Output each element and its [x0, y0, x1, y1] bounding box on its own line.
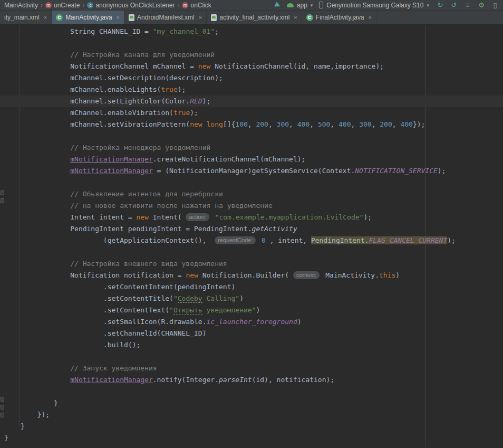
editor-tabbar: ity_main.xml×CMainActivity.java×AndroidM…	[0, 11, 503, 25]
java-class-icon: C	[56, 14, 63, 21]
tab-label: FinalActtivity.java	[316, 14, 364, 21]
phone-icon	[319, 2, 323, 8]
cursor-arrow-icon[interactable]	[274, 2, 281, 8]
code-line: // Настройка менеджера уведомлений	[0, 142, 503, 154]
device-label: Genymotion Samsung Galaxy S10	[326, 2, 423, 9]
code-line: // Настройка канала для уведомлений	[0, 49, 503, 61]
editor[interactable]: String CHANNEL_ID = "my_channel_01"; // …	[0, 25, 503, 447]
breadcrumb-separator: ›	[82, 2, 84, 9]
close-tab-icon[interactable]: ×	[294, 14, 297, 21]
chevron-down-icon: ▾	[427, 3, 429, 8]
code-line: }	[0, 397, 503, 409]
code-line: mNotificationManager.notify(Integer.pars…	[0, 374, 503, 386]
code-line: .setContentIntent(pendingIntent)	[0, 281, 503, 293]
run-config-label: app	[297, 2, 307, 9]
code-line: Intent intent = new Intent( action: "com…	[0, 212, 503, 223]
code-line: Notification notification = new Notifica…	[0, 270, 503, 281]
toolbar-actions: ↻↺≡⚙▯	[436, 1, 500, 9]
code-line: // Настройка внешнего вида уведомления	[0, 258, 503, 270]
code-line: mChannel.setLightColor(Color.RED);	[0, 96, 503, 107]
editor-tab[interactable]: ity_main.xml×	[0, 11, 52, 24]
code-line: mNotificationManager.createNotificationC…	[0, 154, 503, 165]
code-line	[0, 37, 503, 49]
breadcrumb-bar: MainActivity›monCreate›canonymous OnClic…	[3, 2, 212, 9]
parameter-hint-inlay: requestCode:	[215, 236, 256, 244]
code-line: }	[0, 432, 503, 444]
tab-label: activity_final_acttivity.xml	[219, 14, 289, 21]
code-line: mChannel.setVibrationPattern(new long[]{…	[0, 119, 503, 130]
editor-tab[interactable]: CMainActivity.java×	[52, 11, 124, 24]
parameter-hint-inlay: context:	[293, 271, 320, 279]
apply-changes-icon[interactable]: ↻	[436, 1, 445, 9]
code-line	[0, 130, 503, 142]
code-line: NotificationChannel mChannel = new Notif…	[0, 61, 503, 72]
java-class-icon: C	[306, 14, 313, 21]
editor-tab[interactable]: CFinalActtivity.java×	[302, 11, 376, 24]
method-icon: m	[45, 2, 52, 8]
tab-label: ity_main.xml	[4, 14, 40, 21]
breadcrumb-separator: ›	[177, 2, 179, 9]
code-line: .setChannelId(CHANNEL_ID)	[0, 328, 503, 339]
breadcrumb-item[interactable]: canonymous OnClickListener	[86, 2, 176, 9]
code-line: .setContentTitle("Codeby Calling")	[0, 293, 503, 304]
code-line	[0, 177, 503, 188]
tab-label: AndroidManifest.xml	[137, 14, 195, 21]
code-line: (getApplicationContext(), requestCode: 0…	[0, 235, 503, 246]
editor-tab[interactable]: activity_final_acttivity.xml×	[207, 11, 302, 24]
android-file-icon	[211, 14, 217, 21]
device-manager-icon[interactable]: ▯	[490, 1, 500, 9]
code-line: String CHANNEL_ID = "my_channel_01";	[0, 26, 503, 37]
editor-tab[interactable]: AndroidManifest.xml×	[124, 11, 207, 24]
code-line: .build();	[0, 339, 503, 351]
code-line: PendingIntent pendingIntent = PendingInt…	[0, 223, 503, 235]
android-file-icon	[129, 14, 134, 21]
breadcrumb-item[interactable]: monCreate	[44, 2, 81, 9]
anonymous-class-icon: c	[87, 2, 93, 8]
code-line	[0, 246, 503, 258]
breadcrumb-label: anonymous OnClickListener	[95, 2, 175, 9]
method-icon: m	[182, 2, 188, 8]
breadcrumb-label: onCreate	[54, 2, 80, 9]
breadcrumb-separator: ›	[41, 2, 43, 9]
code-line: mNotificationManager = (NotificationMana…	[0, 165, 503, 177]
tab-label: MainActivity.java	[65, 14, 112, 21]
device-selector[interactable]: Genymotion Samsung Galaxy S10 ▾	[319, 2, 429, 9]
code-line: mChannel.enableVibration(true);	[0, 107, 503, 119]
code-line: }	[0, 421, 503, 432]
code-line: mChannel.setDescription(description);	[0, 72, 503, 84]
code-line: .setSmallIcon(R.drawable.ic_launcher_for…	[0, 316, 503, 328]
parameter-hint-inlay: action:	[186, 213, 209, 221]
code-line: // Запуск уведомления	[0, 363, 503, 374]
code-line: // на новое активити после нажатия на ув…	[0, 200, 503, 212]
code-line: .setContentText("Открыть уведомление")	[0, 304, 503, 316]
breadcrumb-item[interactable]: monClick	[181, 2, 212, 9]
code-line: });	[0, 409, 503, 421]
code-line: // Обьявление интентов для переброски	[0, 188, 503, 200]
apply-code-changes-icon[interactable]: ↺	[449, 1, 459, 9]
breadcrumb-item[interactable]: MainActivity	[3, 2, 39, 9]
toolbar-right: app ▾ Genymotion Samsung Galaxy S10 ▾ ↻↺…	[275, 1, 500, 9]
code-line: mChannel.enableLights(true);	[0, 84, 503, 96]
edit-configurations-icon[interactable]: ≡	[463, 1, 472, 9]
code-line	[0, 386, 503, 397]
code-line	[0, 351, 503, 363]
run-config-selector[interactable]: app ▾	[287, 2, 313, 9]
chevron-down-icon: ▾	[311, 3, 313, 8]
close-tab-icon[interactable]: ×	[369, 14, 372, 21]
sync-project-icon[interactable]: ⚙	[477, 1, 486, 9]
android-icon	[287, 3, 294, 7]
code-area: String CHANNEL_ID = "my_channel_01"; // …	[0, 26, 503, 444]
close-tab-icon[interactable]: ×	[199, 14, 202, 21]
breadcrumb-label: MainActivity	[4, 2, 38, 9]
close-tab-icon[interactable]: ×	[44, 14, 47, 21]
close-tab-icon[interactable]: ×	[117, 14, 120, 21]
breadcrumb-label: onClick	[190, 2, 211, 9]
main-toolbar: MainActivity›monCreate›canonymous OnClic…	[0, 0, 503, 11]
